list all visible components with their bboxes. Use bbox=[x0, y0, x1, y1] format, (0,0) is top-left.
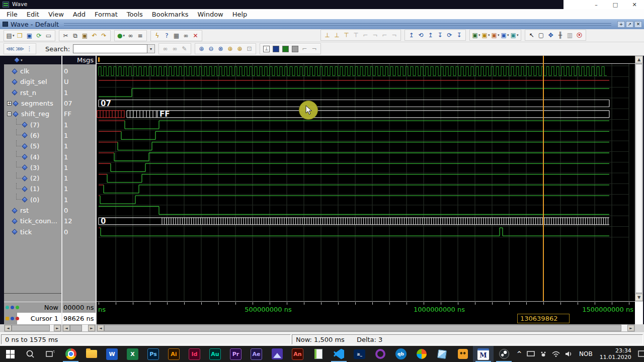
open-file-icon[interactable]: ❒ bbox=[15, 31, 25, 41]
robot-app-icon[interactable] bbox=[452, 346, 473, 362]
collapse-sel-icon[interactable]: ⋙ bbox=[15, 44, 25, 54]
photoshop-icon[interactable]: Ps bbox=[143, 346, 164, 362]
stoplight-icon[interactable]: ⦿ bbox=[575, 30, 584, 40]
start-button[interactable] bbox=[0, 346, 20, 362]
wave-scrollbar[interactable]: ◄► bbox=[97, 324, 635, 332]
last-edge-icon[interactable]: ↧ bbox=[454, 30, 464, 40]
column-separator-1[interactable] bbox=[61, 56, 62, 324]
restore-cursor-icon[interactable]: ⟲ bbox=[416, 30, 426, 40]
signal-value-row[interactable]: 1 bbox=[62, 195, 96, 205]
signal-row--7-[interactable]: (7) bbox=[4, 120, 61, 130]
cut-time-icon[interactable]: ⊥ bbox=[323, 30, 332, 40]
toggle-leaf-icon[interactable]: ⋮ bbox=[25, 44, 34, 54]
volume-icon[interactable] bbox=[565, 351, 573, 357]
modelsim-icon[interactable]: M bbox=[473, 346, 494, 362]
illustrator-icon[interactable]: Ai bbox=[164, 346, 184, 362]
cursor-pair-icon[interactable]: ╫ bbox=[555, 30, 565, 40]
next-transition-icon[interactable]: ↥ bbox=[426, 30, 435, 40]
signal-row--1-[interactable]: (1) bbox=[4, 184, 61, 194]
wave-color3-icon[interactable]: ▣▾ bbox=[491, 30, 500, 40]
waveform-canvas[interactable]: 07FF0 bbox=[97, 56, 635, 302]
menu-window[interactable]: Window bbox=[193, 11, 227, 18]
wave-window-grip[interactable] bbox=[64, 23, 611, 26]
timeline-area[interactable]: ns500000000 ns1000000000 ns1500000000 ns… bbox=[97, 302, 635, 324]
insert-cursor-icon[interactable]: ⊥ bbox=[263, 46, 270, 52]
wave-color4-icon[interactable]: ▣▾ bbox=[500, 30, 510, 40]
search-edit-icon[interactable]: ✎ bbox=[180, 44, 189, 54]
signal-row-tick-coun-[interactable]: tick_coun... bbox=[4, 216, 61, 226]
signal-value-row[interactable]: 0 bbox=[62, 205, 96, 216]
wave-color1-icon-dropdown[interactable]: ▾ bbox=[478, 33, 480, 37]
zoom-in-icon[interactable]: ⊕ bbox=[197, 44, 206, 54]
cursor-row[interactable]: Cursor 1 bbox=[4, 313, 61, 324]
paste-icon[interactable]: ▣ bbox=[80, 31, 90, 41]
maximize-button[interactable]: □ bbox=[606, 0, 625, 9]
purple-app-icon[interactable] bbox=[370, 346, 390, 362]
chrome-icon[interactable] bbox=[60, 346, 81, 362]
cursor-time-box[interactable]: 130639862 bbox=[517, 314, 570, 323]
cursor-lock-icon[interactable] bbox=[6, 317, 9, 320]
signal-value-row[interactable]: 0 bbox=[62, 227, 96, 237]
indesign-icon[interactable]: Id bbox=[184, 346, 205, 362]
wave-window-header[interactable]: Wave - Default +↗✕ bbox=[0, 19, 644, 29]
first-edge-icon[interactable]: ↧ bbox=[435, 30, 445, 40]
signal-value-row[interactable]: 07 bbox=[62, 98, 96, 109]
obs-icon[interactable] bbox=[494, 346, 514, 362]
scroll-up-icon[interactable]: ▲ bbox=[635, 56, 643, 63]
now-row[interactable]: Now bbox=[4, 302, 61, 313]
premiere-icon[interactable]: Pr bbox=[225, 346, 246, 362]
signal-value-row[interactable]: 1 bbox=[62, 120, 96, 130]
signal-name-column[interactable]: clkdigit_selrst_n+segments−shift_reg(7)(… bbox=[4, 56, 61, 302]
pan-mode-icon[interactable]: ✥ bbox=[546, 30, 555, 40]
wave-color2-icon[interactable]: ▣▾ bbox=[481, 30, 491, 40]
expand-toggle-icon[interactable]: − bbox=[7, 112, 12, 116]
insert-time-icon[interactable]: ⊤ bbox=[342, 30, 351, 40]
paste-time-icon[interactable]: ⊥ bbox=[332, 30, 342, 40]
grid-mode-icon[interactable]: ▥ bbox=[565, 30, 575, 40]
new-file-icon[interactable]: ▤▾ bbox=[6, 31, 15, 41]
wave-color4-icon-dropdown[interactable]: ▾ bbox=[507, 33, 509, 37]
chevron-down-icon[interactable]: ▾ bbox=[21, 58, 23, 62]
wave-color2-icon-dropdown[interactable]: ▾ bbox=[488, 33, 490, 37]
new-file-icon-dropdown[interactable]: ▾ bbox=[13, 34, 15, 38]
copy-icon[interactable]: ⧉ bbox=[70, 31, 80, 41]
animate-icon[interactable]: An bbox=[287, 346, 308, 362]
menu-edit[interactable]: Edit bbox=[22, 11, 44, 18]
menu-tools[interactable]: Tools bbox=[122, 11, 147, 18]
cut-icon[interactable]: ✂ bbox=[61, 31, 70, 41]
taskbar-clock[interactable]: 23:34 11.01.2020 bbox=[600, 347, 631, 360]
zoom-cursor-icon[interactable]: ⊕ bbox=[225, 44, 235, 54]
reload-wave-icon[interactable]: ⟳ bbox=[445, 30, 454, 40]
signal-row-tick[interactable]: tick bbox=[4, 227, 61, 237]
expand-sel-icon[interactable]: ⋘ bbox=[6, 44, 15, 54]
reload-icon[interactable]: ⟳ bbox=[34, 31, 44, 41]
file-explorer-icon[interactable] bbox=[81, 346, 102, 362]
word-icon[interactable]: W bbox=[102, 346, 122, 362]
signal-row--2-[interactable]: (2) bbox=[4, 173, 61, 184]
signal-row--5-[interactable]: (5) bbox=[4, 141, 61, 151]
binoculars-icon[interactable]: ∞ bbox=[181, 31, 191, 41]
find-icon[interactable]: ∞ bbox=[126, 31, 135, 41]
values-scrollbar[interactable]: ◄► bbox=[62, 324, 96, 332]
vertical-scroll-thumb[interactable] bbox=[635, 64, 642, 293]
powershell-icon[interactable]: ≥_ bbox=[349, 346, 370, 362]
zoom-out-icon[interactable]: ⊖ bbox=[206, 44, 216, 54]
display-icon[interactable] bbox=[527, 351, 535, 357]
minimize-button[interactable]: – bbox=[587, 0, 606, 9]
audition-icon[interactable]: Au bbox=[205, 346, 225, 362]
signal-value-row[interactable]: 1 bbox=[62, 130, 96, 141]
windows-app-icon[interactable] bbox=[411, 346, 432, 362]
signal-value-row[interactable]: 12 bbox=[62, 216, 96, 226]
zoom-mode-icon[interactable]: ▢ bbox=[536, 30, 546, 40]
signal-row--0-[interactable]: (0) bbox=[4, 195, 61, 205]
lock-cursor-icon[interactable] bbox=[273, 46, 279, 52]
expand-toggle-icon[interactable]: + bbox=[7, 101, 12, 106]
wave-color5-icon-dropdown[interactable]: ▾ bbox=[517, 33, 519, 37]
cube-app-icon[interactable] bbox=[432, 346, 452, 362]
prev-transition-icon[interactable]: ↥ bbox=[407, 30, 416, 40]
signal-row--4-[interactable]: (4) bbox=[4, 151, 61, 162]
signal-value-row[interactable]: 1 bbox=[62, 87, 96, 98]
signal-row-segments[interactable]: +segments bbox=[4, 98, 61, 109]
taskbar-search-button[interactable] bbox=[20, 346, 40, 362]
wave-close-button[interactable]: ✕ bbox=[634, 21, 642, 28]
